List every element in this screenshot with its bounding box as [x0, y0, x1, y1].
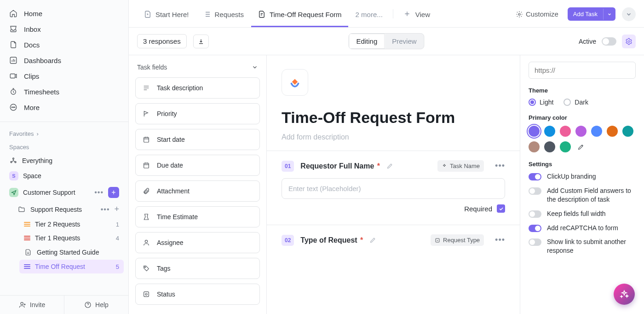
- tree-tier1[interactable]: Tier 1 Requests 4: [19, 231, 124, 245]
- required-checkbox[interactable]: [497, 204, 505, 213]
- svg-point-6: [14, 107, 15, 108]
- setting-toggle[interactable]: [529, 173, 541, 180]
- label: Dark: [575, 99, 588, 106]
- field-type-pill[interactable]: Request Type: [431, 234, 484, 246]
- pencil-icon[interactable]: [386, 163, 393, 169]
- tree-tier2[interactable]: Tier 2 Requests 1: [19, 217, 124, 231]
- radio-icon: [529, 99, 536, 106]
- nav-docs[interactable]: Docs: [5, 37, 124, 52]
- tree-time-off-request[interactable]: Time Off Request 5: [19, 260, 124, 273]
- label: Help: [95, 301, 109, 308]
- task-field-date[interactable]: Start date: [135, 129, 260, 150]
- task-field-time[interactable]: Time Estimate: [135, 206, 260, 227]
- active-toggle[interactable]: [602, 37, 616, 46]
- nav-label: Dashboards: [24, 57, 61, 64]
- download-button[interactable]: [193, 35, 209, 48]
- add-view-button[interactable]: View: [397, 5, 437, 27]
- setting-label: Add Custom Field answers to the descript…: [547, 186, 636, 204]
- favorites-label[interactable]: Favorites ›: [0, 127, 128, 140]
- color-swatch[interactable]: [607, 126, 618, 137]
- color-swatch[interactable]: [560, 141, 571, 152]
- tab-more[interactable]: 2 more...: [349, 5, 389, 27]
- task-field-desc[interactable]: Task description: [135, 77, 260, 99]
- color-swatch[interactable]: [575, 126, 586, 137]
- add-task-button[interactable]: Add Task: [568, 7, 603, 21]
- add-button[interactable]: +: [114, 204, 119, 214]
- task-field-priority[interactable]: Priority: [135, 103, 260, 124]
- field-name[interactable]: Requestor Full Name *: [300, 162, 380, 170]
- help-button[interactable]: Help: [64, 296, 128, 314]
- more-dots-icon[interactable]: •••: [101, 205, 110, 214]
- setting-toggle[interactable]: [529, 210, 541, 218]
- ai-fab[interactable]: [614, 284, 635, 305]
- nav-timesheets[interactable]: Timesheets: [5, 84, 124, 99]
- color-swatch[interactable]: [544, 126, 555, 137]
- tree-getting-started[interactable]: Getting Started Guide: [19, 245, 124, 260]
- edit-preview-toggle: Editing Preview: [348, 33, 424, 49]
- color-swatch[interactable]: [544, 141, 555, 152]
- color-swatch[interactable]: [622, 126, 633, 137]
- date-icon: [142, 135, 150, 144]
- tab-start-here[interactable]: Start Here!: [137, 5, 196, 27]
- color-swatch[interactable]: [529, 141, 540, 152]
- theme-dark[interactable]: Dark: [564, 99, 588, 106]
- form-logo[interactable]: [282, 69, 308, 96]
- svg-point-7: [13, 158, 14, 159]
- task-field-tag[interactable]: Tags: [135, 258, 260, 279]
- tab-time-off-form[interactable]: Time-Off Request Form: [251, 5, 348, 27]
- overflow-menu[interactable]: [622, 7, 636, 21]
- add-task-dropdown[interactable]: [603, 9, 615, 20]
- color-swatch[interactable]: [591, 126, 602, 137]
- task-field-attach[interactable]: Attachment: [135, 180, 260, 202]
- invite-button[interactable]: Invite: [0, 296, 64, 314]
- form-title[interactable]: Time-Off Request Form: [282, 109, 505, 127]
- nav-dashboards[interactable]: Dashboards: [5, 52, 124, 68]
- form-field-block[interactable]: 01Requestor Full Name *Task Name•••Requi…: [267, 151, 520, 225]
- field-placeholder-input[interactable]: [282, 178, 505, 199]
- label: Task description: [157, 84, 203, 92]
- color-swatch[interactable]: [529, 126, 540, 137]
- task-field-date[interactable]: Due date: [135, 155, 260, 176]
- form-settings-button[interactable]: [622, 35, 636, 48]
- tab-requests[interactable]: Requests: [196, 5, 250, 27]
- label: Tier 2 Requests: [35, 221, 80, 228]
- svg-point-19: [145, 293, 147, 295]
- color-picker-icon[interactable]: [575, 141, 586, 152]
- more-dots-icon[interactable]: •••: [495, 235, 505, 245]
- nav-clips[interactable]: Clips: [5, 68, 124, 84]
- customize-button[interactable]: Customize: [513, 8, 561, 20]
- space-avatar: S: [9, 171, 18, 180]
- redirect-url-input[interactable]: [529, 62, 636, 79]
- field-name[interactable]: Type of Request *: [300, 236, 363, 244]
- task-fields-header[interactable]: Task fields: [135, 64, 260, 71]
- more-dots-icon[interactable]: •••: [495, 161, 505, 171]
- tree-support-requests[interactable]: Support Requests ••• +: [13, 201, 124, 217]
- setting-label: Add reCAPTCHA to form: [547, 224, 618, 233]
- color-swatch[interactable]: [560, 126, 571, 137]
- tree-everything[interactable]: Everything: [5, 153, 124, 168]
- responses-button[interactable]: 3 responses: [137, 34, 187, 48]
- setting-toggle[interactable]: [529, 187, 541, 195]
- pencil-icon[interactable]: [369, 237, 376, 244]
- more-dots-icon[interactable]: •••: [94, 188, 104, 197]
- nav-home[interactable]: Home: [5, 6, 124, 21]
- form-field-block[interactable]: 02Type of Request *Request Type•••: [267, 225, 520, 264]
- count: 5: [116, 263, 119, 270]
- tab-label: 2 more...: [356, 11, 383, 18]
- setting-toggle[interactable]: [529, 238, 541, 246]
- svg-point-5: [13, 107, 14, 108]
- task-field-assignee[interactable]: Assignee: [135, 232, 260, 253]
- theme-light[interactable]: Light: [529, 99, 553, 106]
- setting-toggle[interactable]: [529, 225, 541, 232]
- nav-more[interactable]: More: [5, 99, 124, 115]
- task-field-status[interactable]: Status: [135, 284, 260, 305]
- add-button[interactable]: +: [108, 187, 119, 198]
- form-description[interactable]: Add form description: [282, 133, 505, 141]
- tree-customer-support[interactable]: Customer Support ••• +: [5, 184, 124, 201]
- more-icon: [9, 103, 17, 111]
- tree-space[interactable]: S Space: [5, 168, 124, 184]
- field-type-pill[interactable]: Task Name: [437, 160, 484, 172]
- preview-tab[interactable]: Preview: [385, 34, 424, 49]
- nav-inbox[interactable]: Inbox: [5, 21, 124, 37]
- editing-tab[interactable]: Editing: [349, 34, 385, 49]
